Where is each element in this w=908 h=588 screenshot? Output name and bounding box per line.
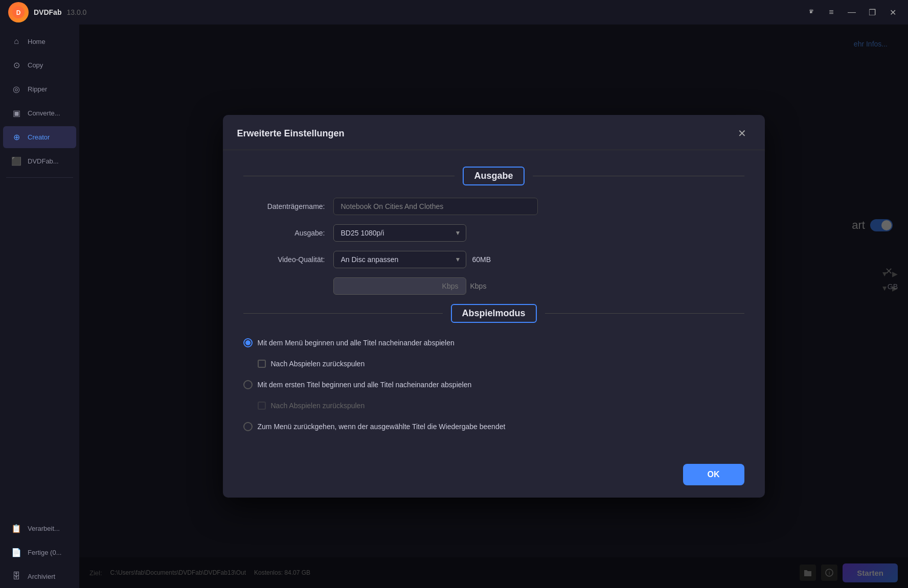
ripper-icon: ◎ <box>11 84 21 94</box>
modal-footer: OK <box>223 454 765 498</box>
radio-option-1-label[interactable]: Mit dem Menü beginnen und alle Titel nac… <box>258 339 455 347</box>
archiviert-icon: 🗄 <box>11 572 21 581</box>
abspielmodus-line-right <box>545 313 744 314</box>
app-version: 13.0.0 <box>66 8 86 16</box>
video-qualitaet-select[interactable]: An Disc anpassen Hohe Qualität <box>333 251 466 268</box>
sidebar-item-verarbeitung[interactable]: 📋 Verarbeit... <box>3 518 76 539</box>
modal-backdrop: Erweiterte Einstellungen ✕ Ausgabe <box>79 25 908 588</box>
minimize-button[interactable]: — <box>845 5 859 19</box>
radio-option-2-label[interactable]: Mit dem ersten Titel beginnen und alle T… <box>258 381 472 389</box>
sidebar-item-dvdfab[interactable]: ⬛ DVDFab... <box>3 150 76 172</box>
title-bar-controls: ≡ — ❐ ✕ <box>804 5 900 19</box>
ausgabe-select[interactable]: BD25 1080p/i BD50 1080p/i <box>333 224 466 242</box>
video-qualitaet-row: Video-Qualität: An Disc anpassen Hohe Qu… <box>243 251 744 268</box>
abspielmodus-line-left <box>243 313 443 314</box>
kbps-row: Kbps <box>333 277 744 295</box>
ok-button[interactable]: OK <box>683 464 744 485</box>
ausgabe-row: Ausgabe: BD25 1080p/i BD50 1080p/i ▼ <box>243 224 744 242</box>
home-icon: ⌂ <box>11 37 21 46</box>
sidebar-item-archiviert[interactable]: 🗄 Archiviert <box>3 566 76 587</box>
sidebar-item-creator[interactable]: ⊕ Creator <box>3 126 76 148</box>
sidebar: ⌂ Home ⊙ Copy ◎ Ripper ▣ Converte... ⊕ C… <box>0 25 79 588</box>
radio-option-2: Mit dem ersten Titel beginnen und alle T… <box>243 377 744 392</box>
ausgabe-label: Ausgabe: <box>243 229 325 237</box>
modal-close-button[interactable]: ✕ <box>734 125 751 142</box>
content-area: ehr Infos... art ▼ ▶ ▼ <box>79 25 908 588</box>
main-content: ⌂ Home ⊙ Copy ◎ Ripper ▣ Converte... ⊕ C… <box>0 25 908 588</box>
checkbox-zurueckspulen-2-label: Nach Abspielen zurückspulen <box>271 402 365 410</box>
creator-icon: ⊕ <box>11 132 21 142</box>
verarbeitung-icon: 📋 <box>11 524 21 533</box>
sidebar-divider <box>6 177 73 178</box>
dialog-erweiterte-einstellungen: Erweiterte Einstellungen ✕ Ausgabe <box>223 115 765 498</box>
video-qualitaet-select-wrap: An Disc anpassen Hohe Qualität ▼ 60MB <box>333 251 491 268</box>
restore-button[interactable]: ❐ <box>865 5 879 19</box>
title-bar: D DVDFab 13.0.0 ≡ — ❐ ✕ <box>0 0 908 25</box>
datentraegername-label: Datenträgername: <box>243 202 325 210</box>
abspielmodus-section-header: Abspielmodus <box>243 304 744 323</box>
ausgabe-select-wrap: BD25 1080p/i BD50 1080p/i ▼ <box>333 224 466 242</box>
modal-body: Ausgabe Datenträgername: Ausgabe: <box>223 150 765 454</box>
app-title: DVDFab <box>34 8 61 16</box>
radio-option-3-button[interactable] <box>243 422 253 431</box>
checkbox-zurueckspulen-1: Nach Abspielen zurückspulen <box>258 358 744 370</box>
svg-text:D: D <box>16 9 21 16</box>
radio-option-3-label[interactable]: Zum Menü zurückgehen, wenn der ausgewähl… <box>258 422 506 431</box>
radio-option-3: Zum Menü zurückgehen, wenn der ausgewähl… <box>243 419 744 434</box>
checkbox-zurueckspulen-1-input[interactable] <box>258 360 266 368</box>
radio-option-1: Mit dem Menü beginnen und alle Titel nac… <box>243 335 744 350</box>
modal-title: Erweiterte Einstellungen <box>237 128 345 139</box>
ausgabe-section-header: Ausgabe <box>243 167 744 185</box>
title-bar-left: D DVDFab 13.0.0 <box>8 2 86 22</box>
menu-button[interactable]: ≡ <box>824 5 838 19</box>
abspielmodus-section: Abspielmodus Mit dem Menü beginnen und a… <box>243 304 744 434</box>
converter-icon: ▣ <box>11 108 21 118</box>
kbps-unit: Kbps <box>470 282 487 290</box>
video-qualitaet-label: Video-Qualität: <box>243 255 325 264</box>
app-window: D DVDFab 13.0.0 ≡ — ❐ ✕ ⌂ Home <box>0 0 908 588</box>
checkbox-zurueckspulen-2: Nach Abspielen zurückspulen <box>258 399 744 412</box>
close-app-button[interactable]: ✕ <box>886 5 900 19</box>
app-logo: D <box>8 2 29 22</box>
datentraegername-input[interactable] <box>333 198 538 215</box>
section-line-left <box>243 176 455 176</box>
section-line-right <box>533 176 744 176</box>
modal-header: Erweiterte Einstellungen ✕ <box>223 115 765 150</box>
video-qualitaet-inner: An Disc anpassen Hohe Qualität ▼ <box>333 251 466 268</box>
radio-option-2-button[interactable] <box>243 380 253 389</box>
copy-icon: ⊙ <box>11 60 21 70</box>
ausgabe-section-title: Ausgabe <box>463 167 524 185</box>
kbps-input[interactable] <box>333 277 466 295</box>
datentraegername-row: Datenträgername: <box>243 198 744 215</box>
settings-button[interactable] <box>804 5 818 19</box>
fertige-icon: 📄 <box>11 548 21 557</box>
checkbox-zurueckspulen-2-input <box>258 402 266 410</box>
checkbox-zurueckspulen-1-label[interactable]: Nach Abspielen zurückspulen <box>271 360 365 368</box>
radio-option-1-button[interactable] <box>243 338 253 347</box>
sidebar-item-fertige[interactable]: 📄 Fertige (0... <box>3 542 76 563</box>
dvdfab-icon: ⬛ <box>11 156 21 166</box>
abspielmodus-section-title: Abspielmodus <box>451 304 537 323</box>
sidebar-item-copy[interactable]: ⊙ Copy <box>3 54 76 76</box>
sidebar-item-converter[interactable]: ▣ Converte... <box>3 102 76 124</box>
sidebar-item-home[interactable]: ⌂ Home <box>3 31 76 52</box>
sidebar-item-ripper[interactable]: ◎ Ripper <box>3 78 76 100</box>
size-label: 60MB <box>472 255 491 264</box>
